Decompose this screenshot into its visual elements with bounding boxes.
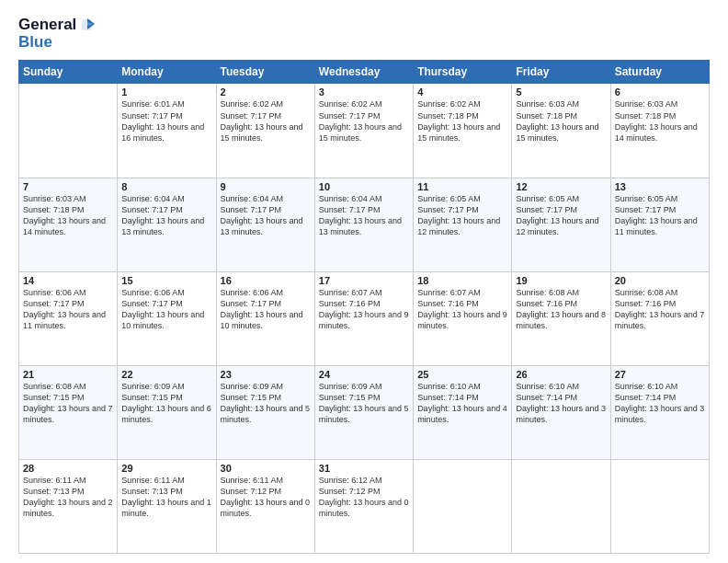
- day-number: 16: [221, 275, 311, 286]
- calendar-cell: 27 Sunrise: 6:10 AMSunset: 7:14 PMDaylig…: [610, 365, 709, 459]
- calendar-cell: [512, 459, 610, 553]
- calendar-cell: [610, 459, 709, 553]
- day-number: 29: [121, 463, 211, 474]
- calendar-cell: 5 Sunrise: 6:03 AMSunset: 7:18 PMDayligh…: [512, 84, 610, 178]
- day-detail: Sunrise: 6:03 AMSunset: 7:18 PMDaylight:…: [516, 98, 606, 144]
- calendar-cell: 10 Sunrise: 6:04 AMSunset: 7:17 PMDaylig…: [314, 178, 413, 271]
- calendar-week-row: 14 Sunrise: 6:06 AMSunset: 7:17 PMDaylig…: [19, 271, 710, 365]
- day-detail: Sunrise: 6:03 AMSunset: 7:18 PMDaylight:…: [23, 193, 113, 238]
- day-detail: Sunrise: 6:08 AMSunset: 7:15 PMDaylight:…: [23, 381, 113, 426]
- day-number: 20: [615, 275, 705, 286]
- day-number: 17: [319, 275, 409, 286]
- calendar: SundayMondayTuesdayWednesdayThursdayFrid…: [18, 60, 710, 554]
- calendar-day-header: Monday: [118, 61, 216, 84]
- calendar-cell: 28 Sunrise: 6:11 AMSunset: 7:13 PMDaylig…: [19, 459, 118, 553]
- header: General Blue: [18, 17, 710, 51]
- calendar-cell: 17 Sunrise: 6:07 AMSunset: 7:16 PMDaylig…: [314, 271, 413, 365]
- day-detail: Sunrise: 6:11 AMSunset: 7:13 PMDaylight:…: [23, 475, 113, 520]
- day-number: 11: [417, 181, 507, 192]
- calendar-cell: 11 Sunrise: 6:05 AMSunset: 7:17 PMDaylig…: [414, 178, 512, 271]
- calendar-cell: 19 Sunrise: 6:08 AMSunset: 7:16 PMDaylig…: [512, 271, 610, 365]
- calendar-week-row: 1 Sunrise: 6:01 AMSunset: 7:17 PMDayligh…: [19, 84, 710, 178]
- calendar-day-header: Sunday: [19, 61, 118, 84]
- calendar-day-header: Thursday: [414, 61, 512, 84]
- day-detail: Sunrise: 6:04 AMSunset: 7:17 PMDaylight:…: [121, 193, 211, 238]
- calendar-week-row: 21 Sunrise: 6:08 AMSunset: 7:15 PMDaylig…: [19, 365, 710, 459]
- day-detail: Sunrise: 6:12 AMSunset: 7:12 PMDaylight:…: [319, 475, 409, 520]
- page: General Blue SundayMondayTuesdayWednesda…: [0, 0, 728, 563]
- calendar-cell: [19, 84, 118, 178]
- logo: General Blue: [18, 17, 95, 51]
- day-detail: Sunrise: 6:03 AMSunset: 7:18 PMDaylight:…: [615, 98, 705, 144]
- day-number: 22: [121, 369, 211, 380]
- calendar-cell: 20 Sunrise: 6:08 AMSunset: 7:16 PMDaylig…: [610, 271, 709, 365]
- day-detail: Sunrise: 6:01 AMSunset: 7:17 PMDaylight:…: [121, 98, 211, 144]
- calendar-cell: 8 Sunrise: 6:04 AMSunset: 7:17 PMDayligh…: [118, 178, 216, 271]
- day-detail: Sunrise: 6:10 AMSunset: 7:14 PMDaylight:…: [615, 381, 705, 426]
- day-number: 23: [221, 369, 311, 380]
- day-detail: Sunrise: 6:07 AMSunset: 7:16 PMDaylight:…: [319, 287, 409, 332]
- day-detail: Sunrise: 6:05 AMSunset: 7:17 PMDaylight:…: [417, 193, 507, 238]
- day-number: 31: [319, 463, 409, 474]
- calendar-cell: 21 Sunrise: 6:08 AMSunset: 7:15 PMDaylig…: [19, 365, 118, 459]
- day-number: 7: [23, 181, 113, 192]
- calendar-cell: 22 Sunrise: 6:09 AMSunset: 7:15 PMDaylig…: [118, 365, 216, 459]
- calendar-cell: 31 Sunrise: 6:12 AMSunset: 7:12 PMDaylig…: [314, 459, 413, 553]
- day-number: 18: [417, 275, 507, 286]
- day-number: 14: [23, 275, 113, 286]
- day-detail: Sunrise: 6:04 AMSunset: 7:17 PMDaylight:…: [319, 193, 409, 238]
- day-detail: Sunrise: 6:06 AMSunset: 7:17 PMDaylight:…: [121, 287, 211, 332]
- calendar-cell: 3 Sunrise: 6:02 AMSunset: 7:17 PMDayligh…: [314, 84, 413, 178]
- calendar-cell: 26 Sunrise: 6:10 AMSunset: 7:14 PMDaylig…: [512, 365, 610, 459]
- day-detail: Sunrise: 6:05 AMSunset: 7:17 PMDaylight:…: [615, 193, 705, 238]
- calendar-day-header: Wednesday: [314, 61, 413, 84]
- calendar-cell: 9 Sunrise: 6:04 AMSunset: 7:17 PMDayligh…: [216, 178, 314, 271]
- day-detail: Sunrise: 6:07 AMSunset: 7:16 PMDaylight:…: [417, 287, 507, 332]
- day-number: 2: [221, 86, 311, 98]
- calendar-cell: 16 Sunrise: 6:06 AMSunset: 7:17 PMDaylig…: [216, 271, 314, 365]
- day-number: 25: [417, 369, 507, 380]
- day-number: 30: [221, 463, 311, 474]
- calendar-day-header: Tuesday: [216, 61, 314, 84]
- calendar-cell: 14 Sunrise: 6:06 AMSunset: 7:17 PMDaylig…: [19, 271, 118, 365]
- day-detail: Sunrise: 6:10 AMSunset: 7:14 PMDaylight:…: [417, 381, 507, 426]
- calendar-week-row: 7 Sunrise: 6:03 AMSunset: 7:18 PMDayligh…: [19, 178, 710, 271]
- calendar-cell: 4 Sunrise: 6:02 AMSunset: 7:18 PMDayligh…: [414, 84, 512, 178]
- calendar-cell: 29 Sunrise: 6:11 AMSunset: 7:13 PMDaylig…: [118, 459, 216, 553]
- calendar-week-row: 28 Sunrise: 6:11 AMSunset: 7:13 PMDaylig…: [19, 459, 710, 553]
- day-number: 12: [516, 181, 606, 192]
- day-number: 1: [121, 86, 211, 98]
- day-detail: Sunrise: 6:09 AMSunset: 7:15 PMDaylight:…: [221, 381, 311, 426]
- day-number: 10: [319, 181, 409, 192]
- day-number: 21: [23, 369, 113, 380]
- day-number: 19: [516, 275, 606, 286]
- calendar-cell: 6 Sunrise: 6:03 AMSunset: 7:18 PMDayligh…: [610, 84, 709, 178]
- day-detail: Sunrise: 6:06 AMSunset: 7:17 PMDaylight:…: [221, 287, 311, 332]
- day-detail: Sunrise: 6:08 AMSunset: 7:16 PMDaylight:…: [516, 287, 606, 332]
- day-detail: Sunrise: 6:02 AMSunset: 7:17 PMDaylight:…: [319, 98, 409, 144]
- day-detail: Sunrise: 6:10 AMSunset: 7:14 PMDaylight:…: [516, 381, 606, 426]
- calendar-cell: 24 Sunrise: 6:09 AMSunset: 7:15 PMDaylig…: [314, 365, 413, 459]
- day-number: 27: [615, 369, 705, 380]
- day-detail: Sunrise: 6:11 AMSunset: 7:13 PMDaylight:…: [121, 475, 211, 520]
- day-number: 9: [221, 181, 311, 192]
- calendar-cell: 18 Sunrise: 6:07 AMSunset: 7:16 PMDaylig…: [414, 271, 512, 365]
- calendar-cell: 13 Sunrise: 6:05 AMSunset: 7:17 PMDaylig…: [610, 178, 709, 271]
- day-detail: Sunrise: 6:09 AMSunset: 7:15 PMDaylight:…: [121, 381, 211, 426]
- calendar-cell: 1 Sunrise: 6:01 AMSunset: 7:17 PMDayligh…: [118, 84, 216, 178]
- calendar-cell: [414, 459, 512, 553]
- day-number: 4: [417, 86, 507, 98]
- logo-text-blue: Blue: [18, 34, 52, 52]
- day-detail: Sunrise: 6:05 AMSunset: 7:17 PMDaylight:…: [516, 193, 606, 238]
- day-number: 8: [121, 181, 211, 192]
- day-detail: Sunrise: 6:04 AMSunset: 7:17 PMDaylight:…: [221, 193, 311, 238]
- calendar-cell: 12 Sunrise: 6:05 AMSunset: 7:17 PMDaylig…: [512, 178, 610, 271]
- logo-text-general: General: [18, 17, 76, 34]
- day-number: 6: [615, 86, 705, 98]
- calendar-cell: 15 Sunrise: 6:06 AMSunset: 7:17 PMDaylig…: [118, 271, 216, 365]
- calendar-cell: 23 Sunrise: 6:09 AMSunset: 7:15 PMDaylig…: [216, 365, 314, 459]
- logo-arrow-icon: [78, 17, 95, 33]
- day-detail: Sunrise: 6:08 AMSunset: 7:16 PMDaylight:…: [615, 287, 705, 332]
- calendar-day-header: Saturday: [610, 61, 709, 84]
- calendar-cell: 25 Sunrise: 6:10 AMSunset: 7:14 PMDaylig…: [414, 365, 512, 459]
